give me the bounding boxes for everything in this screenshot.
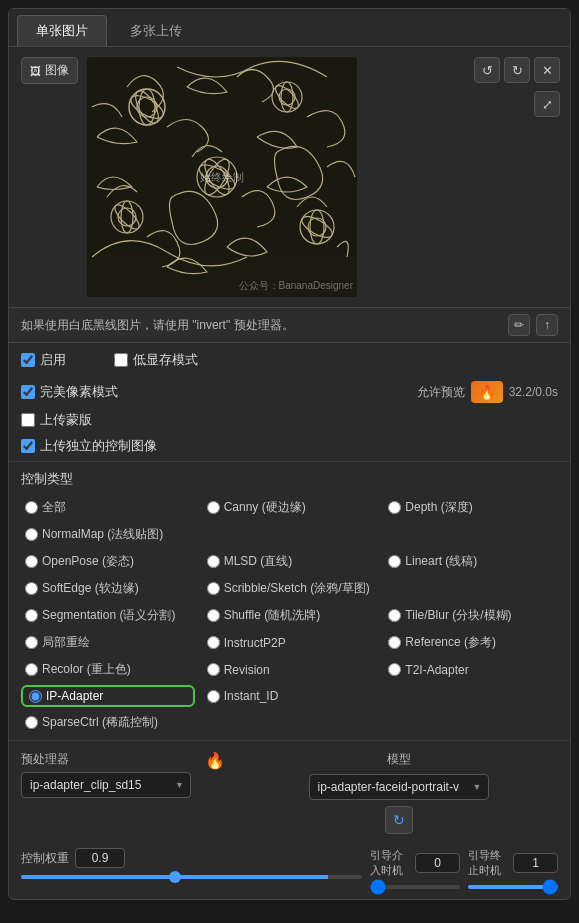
redo-button[interactable]: ↻ (504, 57, 530, 83)
model-group: 模型 ip-adapter-faceid-portrait-v11 ↻ (239, 751, 558, 834)
upload-version-label: 上传蒙版 (40, 411, 92, 429)
radio-reference-label: Reference (参考) (405, 634, 496, 651)
radio-local-redraw-label: 局部重绘 (42, 634, 90, 651)
control-weight-value[interactable] (75, 848, 125, 868)
guidance-start-label: 引导介入时机 (370, 848, 409, 878)
upload-independent-input[interactable] (21, 439, 35, 453)
radio-local-redraw[interactable]: 局部重绘 (21, 631, 195, 654)
radio-revision[interactable]: Revision (203, 658, 377, 681)
upload-icon-btn[interactable]: ↑ (536, 314, 558, 336)
fire-button[interactable]: 🔥 (203, 751, 227, 770)
radio-sparsectrl-label: SparseCtrl (稀疏控制) (42, 714, 158, 731)
radio-canny[interactable]: Canny (硬边缘) (203, 496, 377, 519)
preprocessor-select[interactable]: ip-adapter_clip_sd15 (21, 772, 191, 798)
control-weight-label: 控制权重 (21, 850, 69, 867)
perfect-pixel-input[interactable] (21, 385, 35, 399)
radio-recolor-input[interactable] (25, 663, 38, 676)
radio-reference[interactable]: Reference (参考) (384, 631, 558, 654)
low-vram-label: 低显存模式 (133, 351, 198, 369)
options-row-3: 上传蒙版 (9, 407, 570, 433)
radio-instantid[interactable]: Instant_ID (203, 685, 377, 707)
radio-mlsd[interactable]: MLSD (直线) (203, 550, 377, 573)
radio-t2i[interactable]: T2I-Adapter (384, 658, 558, 681)
guidance-end-label: 引导终止时机 (468, 848, 507, 878)
radio-mlsd-input[interactable] (207, 555, 220, 568)
radio-shuffle[interactable]: Shuffle (随机洗牌) (203, 604, 377, 627)
upload-independent-checkbox[interactable]: 上传独立的控制图像 (21, 437, 157, 455)
radio-all-input[interactable] (25, 501, 38, 514)
radio-local-redraw-input[interactable] (25, 636, 38, 649)
radio-lineart-input[interactable] (388, 555, 401, 568)
radio-canny-input[interactable] (207, 501, 220, 514)
expand-button[interactable]: ⤢ (534, 91, 560, 117)
image-label-col: 🖼 图像 (19, 57, 79, 84)
radio-openpose[interactable]: OpenPose (姿态) (21, 550, 195, 573)
guidance-end-value[interactable] (513, 853, 558, 873)
radio-tile-input[interactable] (388, 609, 401, 622)
radio-softedge-input[interactable] (25, 582, 38, 595)
model-select-wrapper: ip-adapter-faceid-portrait-v11 (309, 774, 489, 800)
radio-instructp2p-label: InstructP2P (224, 636, 286, 650)
image-controls: ↺ ↻ ✕ ⤢ (474, 57, 560, 117)
radio-shuffle-input[interactable] (207, 609, 220, 622)
radio-sparsectrl[interactable]: SparseCtrl (稀疏控制) (21, 711, 376, 734)
preprocessor-label: 预处理器 (21, 751, 191, 768)
options-row-2: 完美像素模式 允许预览 🔥 32.2/0.0s (9, 377, 570, 407)
radio-instantid-input[interactable] (207, 690, 220, 703)
radio-all[interactable]: 全部 (21, 496, 195, 519)
guidance-start-slider[interactable] (370, 885, 460, 889)
radio-scribble-input[interactable] (207, 582, 220, 595)
image-watermark: 始终绘制 (200, 170, 244, 185)
radio-segmentation-input[interactable] (25, 609, 38, 622)
radio-openpose-input[interactable] (25, 555, 38, 568)
radio-depth-label: Depth (深度) (405, 499, 472, 516)
preview-button[interactable]: 🔥 (471, 381, 503, 403)
radio-recolor-label: Recolor (重上色) (42, 661, 131, 678)
low-vram-checkbox[interactable]: 低显存模式 (114, 351, 198, 369)
radio-segmentation[interactable]: Segmentation (语义分割) (21, 604, 195, 627)
image-preview: 始终绘制 公众号：BananaDesigner (87, 57, 466, 297)
radio-recolor[interactable]: Recolor (重上色) (21, 658, 195, 681)
guidance-end-slider[interactable] (468, 885, 558, 889)
tab-single-image[interactable]: 单张图片 (17, 15, 107, 46)
upload-version-input[interactable] (21, 413, 35, 427)
radio-tile-label: Tile/Blur (分块/模糊) (405, 607, 511, 624)
refresh-button[interactable]: ↻ (385, 806, 413, 834)
radio-tile[interactable]: Tile/Blur (分块/模糊) (384, 604, 558, 627)
radio-scribble[interactable]: Scribble/Sketch (涂鸦/草图) (203, 577, 558, 600)
radio-softedge[interactable]: SoftEdge (软边缘) (21, 577, 195, 600)
undo-button[interactable]: ↺ (474, 57, 500, 83)
low-vram-checkbox-input[interactable] (114, 353, 128, 367)
edit-icon-btn[interactable]: ✏ (508, 314, 530, 336)
perfect-pixel-checkbox[interactable]: 完美像素模式 (21, 383, 118, 401)
radio-depth-input[interactable] (388, 501, 401, 514)
fire-icon: 🔥 (478, 384, 495, 400)
model-select[interactable]: ip-adapter-faceid-portrait-v11 (309, 774, 489, 800)
radio-ipadapter-input[interactable] (29, 690, 42, 703)
control-weight-slider[interactable] (21, 875, 362, 879)
radio-instructp2p[interactable]: InstructP2P (203, 631, 377, 654)
radio-t2i-label: T2I-Adapter (405, 663, 468, 677)
radio-instructp2p-input[interactable] (207, 636, 220, 649)
radio-t2i-input[interactable] (388, 663, 401, 676)
radio-lineart[interactable]: Lineart (线稿) (384, 550, 558, 573)
model-label: 模型 (387, 751, 411, 768)
radio-ipadapter[interactable]: IP-Adapter (21, 685, 195, 707)
tab-multi-upload[interactable]: 多张上传 (111, 15, 201, 46)
enable-checkbox-input[interactable] (21, 353, 35, 367)
radio-sparsectrl-input[interactable] (25, 716, 38, 729)
upload-version-checkbox[interactable]: 上传蒙版 (21, 411, 92, 429)
guidance-start-value[interactable] (415, 853, 460, 873)
radio-normalmap-input[interactable] (25, 528, 38, 541)
radio-normalmap[interactable]: NormalMap (法线贴图) (21, 523, 558, 546)
radio-scribble-label: Scribble/Sketch (涂鸦/草图) (224, 580, 370, 597)
guidance-end-group: 引导终止时机 (468, 848, 558, 889)
options-row-4: 上传独立的控制图像 (9, 433, 570, 459)
enable-checkbox[interactable]: 启用 (21, 351, 66, 369)
preprocessor-model-section: 预处理器 ip-adapter_clip_sd15 🔥 模型 ip-adapte… (9, 743, 570, 842)
image-canvas[interactable]: 始终绘制 公众号：BananaDesigner (87, 57, 357, 297)
radio-revision-input[interactable] (207, 663, 220, 676)
radio-reference-input[interactable] (388, 636, 401, 649)
radio-depth[interactable]: Depth (深度) (384, 496, 558, 519)
close-button[interactable]: ✕ (534, 57, 560, 83)
